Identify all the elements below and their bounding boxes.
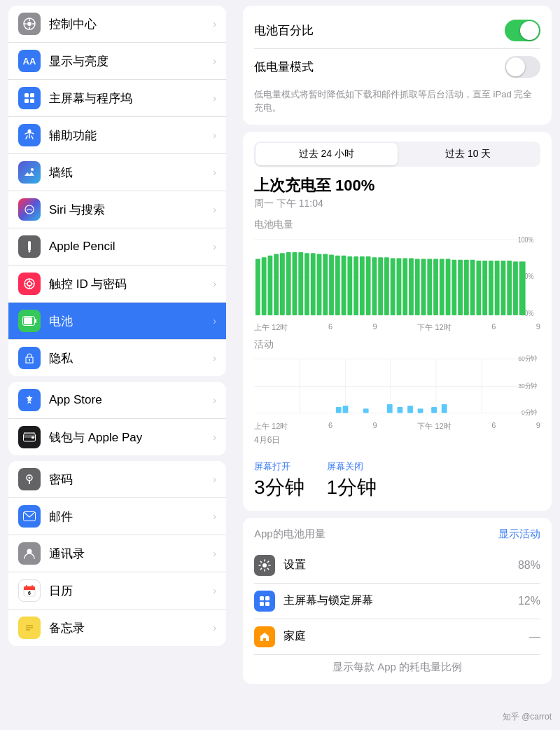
- sidebar-item-battery[interactable]: 电池 ›: [8, 303, 226, 340]
- activity-axis-label-5: 6: [491, 421, 496, 432]
- sidebar-item-notes[interactable]: 备忘录 ›: [8, 610, 226, 646]
- last-charge-title: 上次充电至 100%: [254, 175, 540, 196]
- svg-rect-82: [476, 261, 481, 315]
- sidebar-item-apple-pencil[interactable]: Apple Pencil ›: [8, 228, 226, 266]
- axis-label-4: 下午 12时: [417, 322, 451, 333]
- wallpaper-label: 墙纸: [49, 165, 73, 181]
- svg-text:A: A: [27, 399, 31, 405]
- axis-label-6: 9: [536, 322, 540, 333]
- svg-rect-80: [464, 259, 469, 315]
- svg-point-26: [29, 477, 31, 479]
- svg-rect-114: [265, 602, 270, 606]
- svg-rect-67: [384, 257, 389, 315]
- chevron-icon: ›: [213, 130, 216, 141]
- svg-rect-56: [317, 254, 322, 315]
- app-store-label: App Store: [49, 393, 102, 407]
- siri-icon: [18, 198, 41, 221]
- sidebar-item-home-screen[interactable]: 主屏幕与程序坞 ›: [8, 80, 226, 117]
- svg-rect-78: [451, 259, 456, 315]
- svg-text:0%: 0%: [525, 309, 534, 317]
- battery-level-label: 电池电量: [254, 219, 540, 231]
- svg-rect-46: [255, 259, 260, 315]
- sidebar-item-wallpaper[interactable]: 墙纸 ›: [8, 154, 226, 191]
- sidebar-item-app-store[interactable]: A App Store ›: [8, 382, 226, 419]
- sidebar-item-control-center[interactable]: 控制中心 ›: [8, 6, 226, 43]
- sidebar-item-display[interactable]: AA 显示与亮度 ›: [8, 43, 226, 80]
- home-screen-percent: 12%: [518, 595, 540, 607]
- svg-rect-62: [354, 256, 358, 315]
- svg-rect-66: [378, 257, 383, 315]
- svg-rect-69: [397, 258, 402, 315]
- battery-axis-labels: 上午 12时 6 9 下午 12时 6 9: [254, 322, 540, 333]
- battery-percent-label: 电池百分比: [254, 22, 314, 39]
- tab-24h[interactable]: 过去 24 小时: [255, 143, 398, 165]
- svg-rect-74: [427, 259, 432, 315]
- sidebar-item-calendar[interactable]: 6 日历 ›: [8, 572, 226, 610]
- svg-rect-85: [495, 261, 500, 315]
- svg-rect-103: [363, 408, 369, 413]
- screen-off-group: 屏幕关闭 1分钟: [327, 460, 377, 501]
- app-usage-card: App的电池用量 显示活动 设置 88%: [243, 518, 552, 684]
- activity-axis-label-2: 6: [328, 421, 332, 432]
- app-row-home[interactable]: 家庭 —: [254, 619, 540, 655]
- low-power-toggle[interactable]: [505, 56, 540, 78]
- svg-rect-105: [398, 407, 403, 413]
- chevron-icon: ›: [213, 511, 216, 522]
- sidebar-item-mail[interactable]: 邮件 ›: [8, 498, 226, 535]
- svg-rect-54: [304, 253, 309, 315]
- svg-point-20: [29, 359, 30, 360]
- battery-percent-toggle[interactable]: [505, 20, 540, 41]
- svg-rect-24: [31, 436, 34, 439]
- chevron-icon: ›: [213, 394, 216, 406]
- screen-off-value: 1分钟: [327, 474, 377, 501]
- wallet-label: 钱包与 Apple Pay: [49, 429, 142, 446]
- sidebar-group-1: 控制中心 › AA 显示与亮度 › 主屏幕与程序坞 ›: [8, 6, 226, 376]
- last-charge-sub: 周一 下午 11:04: [254, 198, 540, 210]
- svg-rect-102: [343, 406, 349, 413]
- notes-label: 备忘录: [49, 620, 85, 636]
- home-screen-icon: [18, 87, 41, 109]
- activity-axis-label-3: 9: [373, 421, 377, 432]
- accessibility-icon: [18, 124, 41, 146]
- svg-rect-108: [431, 407, 437, 413]
- svg-point-11: [31, 168, 34, 171]
- svg-rect-53: [298, 252, 303, 315]
- app-row-home-screen[interactable]: 主屏幕与锁定屏幕 12%: [254, 584, 540, 619]
- chevron-icon: ›: [213, 315, 216, 326]
- svg-rect-104: [387, 404, 393, 413]
- svg-rect-32: [24, 588, 35, 590]
- sidebar-item-passwords[interactable]: 密码 ›: [8, 461, 226, 498]
- sidebar-item-wallet[interactable]: 钱包与 Apple Pay ›: [8, 419, 226, 455]
- svg-rect-72: [415, 259, 420, 315]
- sidebar-item-touch-id[interactable]: 触控 ID 与密码 ›: [8, 266, 226, 303]
- svg-rect-18: [35, 319, 36, 323]
- show-activity-button[interactable]: 显示活动: [498, 528, 540, 541]
- sidebar-item-privacy[interactable]: 隐私 ›: [8, 340, 226, 376]
- svg-rect-51: [286, 252, 291, 315]
- sidebar-item-contacts[interactable]: 通讯录 ›: [8, 535, 226, 572]
- sidebar-item-siri[interactable]: Siri 与搜索 ›: [8, 191, 226, 228]
- chevron-icon: ›: [213, 18, 216, 29]
- svg-rect-59: [335, 255, 340, 315]
- home-app-icon: [254, 626, 275, 647]
- app-row-settings[interactable]: 设置 88%: [254, 548, 540, 584]
- svg-text:30分钟: 30分钟: [518, 382, 537, 389]
- passwords-label: 密码: [49, 471, 73, 488]
- svg-rect-88: [513, 261, 518, 315]
- battery-chart-svg: 100% 50% 0%: [254, 235, 540, 319]
- svg-rect-76: [440, 259, 444, 315]
- svg-rect-7: [30, 93, 34, 97]
- svg-rect-73: [421, 259, 426, 315]
- svg-rect-65: [372, 257, 377, 315]
- toggle-knob: [506, 57, 525, 76]
- svg-rect-27: [29, 480, 30, 484]
- chevron-icon: ›: [213, 167, 216, 178]
- notes-icon: [18, 617, 41, 639]
- svg-point-16: [27, 282, 31, 286]
- svg-rect-13: [28, 241, 31, 251]
- svg-text:6: 6: [28, 591, 31, 595]
- tab-10d[interactable]: 过去 10 天: [398, 143, 540, 165]
- sidebar-item-accessibility[interactable]: 辅助功能 ›: [8, 117, 226, 154]
- home-screen-app-name: 主屏幕与锁定屏幕: [284, 593, 518, 608]
- low-power-label: 低电量模式: [254, 59, 314, 75]
